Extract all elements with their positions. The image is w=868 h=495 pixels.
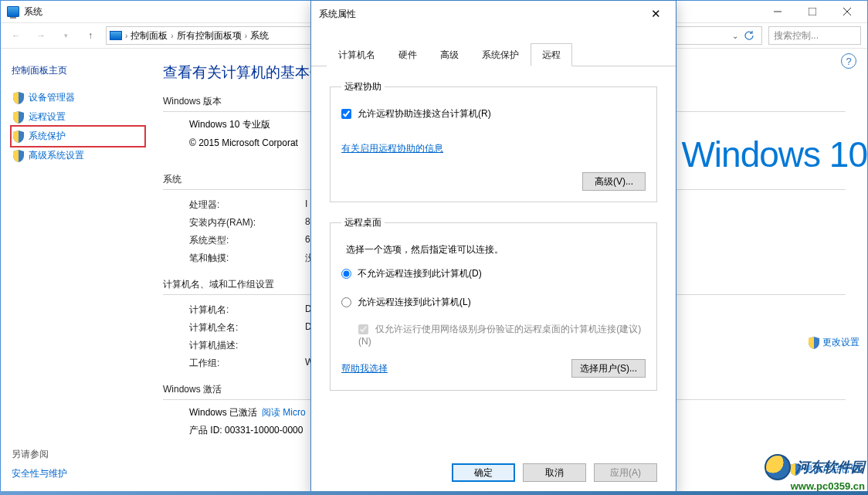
shield-icon [809,337,819,349]
nla-checkbox [358,324,368,334]
nla-checkbox-row: 仅允许运行使用网络级别身份验证的远程桌面的计算机连接(建议)(N) [341,323,646,347]
tab-system-protection[interactable]: 系统保护 [470,43,531,66]
watermark-url: www.pc0359.cn [765,480,865,492]
ram-label: 安装内存(RAM): [189,216,305,229]
read-terms-link[interactable]: 阅读 Micro [262,406,306,419]
nav-forward-button[interactable]: → [32,26,50,45]
dont-allow-remote-label: 不允许远程连接到此计算机(D) [358,267,482,280]
shield-icon [13,150,24,162]
computer-desc-label: 计算机描述: [189,339,305,352]
dialog-close-button[interactable]: ✕ [643,5,668,23]
allow-remote-input[interactable] [341,297,351,307]
tab-hardware[interactable]: 硬件 [387,43,429,66]
chevron-right-icon[interactable]: › [171,32,173,40]
remote-desktop-legend: 远程桌面 [341,216,385,229]
system-properties-dialog: 系统属性 ✕ 计算机名 硬件 高级 系统保护 远程 远程协助 允许远程协助连接这… [310,0,676,495]
computer-name-label: 计算机名: [189,303,305,317]
full-computer-name-label: 计算机全名: [189,321,305,334]
monitor-icon [7,6,19,17]
allow-remote-assistance-label: 允许远程协助连接这台计算机(R) [358,107,491,120]
pen-label: 笔和触摸: [189,252,305,265]
tab-computer-name[interactable]: 计算机名 [327,43,387,66]
dont-allow-remote-radio[interactable]: 不允许远程连接到此计算机(D) [341,264,646,283]
cpu-label: 处理器: [189,198,305,212]
dont-allow-remote-input[interactable] [341,269,351,279]
nav-back-button[interactable]: ← [7,26,25,45]
activation-status: Windows 已激活 [189,406,257,419]
windows10-logo: Windows 10 [681,134,867,175]
search-input[interactable]: 搜索控制... [768,26,861,45]
systype-value: 6 [305,234,310,247]
sidebar-item-device-manager[interactable]: 设备管理器 [12,88,144,107]
watermark-name: 河东软件园 [795,458,865,476]
dialog-title-bar: 系统属性 ✕ [311,1,676,27]
watermark: 河东软件园 www.pc0359.cn [765,454,865,492]
sidebar-item-label: 高级系统设置 [29,149,84,162]
shield-icon [13,92,24,104]
ok-button[interactable]: 确定 [452,463,515,482]
remote-assistance-advanced-button[interactable]: 高级(V)... [582,172,646,191]
remote-desktop-group: 远程桌面 选择一个选项，然后指定谁可以连接。 不允许远程连接到此计算机(D) 允… [330,216,657,391]
watermark-logo-icon [765,454,791,480]
sidebar-see-also: 另请参阅 安全性与维护 [12,448,67,480]
close-button[interactable] [829,1,864,22]
monitor-icon [110,31,122,40]
breadcrumb-root[interactable]: 控制面板 [131,29,168,42]
minimize-button[interactable] [760,1,795,22]
sidebar-title: 控制面板主页 [12,64,144,77]
cancel-button[interactable]: 取消 [523,463,586,482]
refresh-button[interactable] [743,29,755,42]
see-also-link[interactable]: 安全性与维护 [12,468,67,479]
workgroup-label: 工作组: [189,357,305,370]
change-settings-link[interactable]: 更改设置 [809,336,860,349]
chevron-right-icon[interactable]: › [125,32,127,40]
breadcrumb-mid[interactable]: 所有控制面板项 [177,29,242,42]
allow-remote-assistance-input[interactable] [341,109,351,119]
dialog-tabs: 计算机名 硬件 高级 系统保护 远程 [311,27,676,66]
apply-button[interactable]: 应用(A) [594,463,657,482]
dialog-title: 系统属性 [319,8,356,21]
taskbar-hint [0,491,868,495]
change-settings-label: 更改设置 [822,336,860,349]
remote-assistance-group: 远程协助 允许远程协助连接这台计算机(R) 有关启用远程协助的信息 高级(V).… [330,80,657,202]
nav-up-button[interactable]: ↑ [81,26,100,45]
remote-desktop-desc: 选择一个选项，然后指定谁可以连接。 [346,243,646,256]
allow-remote-label: 允许远程连接到此计算机(L) [358,296,471,309]
sidebar-item-remote-settings[interactable]: 远程设置 [12,107,144,127]
svg-rect-1 [809,8,816,15]
window-title: 系统 [24,5,42,19]
systype-label: 系统类型: [189,234,305,247]
allow-remote-radio[interactable]: 允许远程连接到此计算机(L) [341,293,646,312]
sidebar-item-label: 远程设置 [29,110,66,124]
tab-advanced[interactable]: 高级 [429,43,470,66]
remote-assistance-info-link[interactable]: 有关启用远程协助的信息 [341,143,443,154]
see-also-header: 另请参阅 [12,448,67,461]
cpu-value: I [305,198,307,212]
sidebar-item-system-protection[interactable]: 系统保护 [12,127,144,146]
breadcrumb-leaf[interactable]: 系统 [250,29,269,42]
nla-label: 仅允许运行使用网络级别身份验证的远程桌面的计算机连接(建议)(N) [358,324,641,347]
shield-icon [13,111,24,124]
sidebar-item-label: 设备管理器 [29,91,75,104]
chevron-down-icon[interactable]: ⌄ [732,32,738,40]
search-placeholder: 搜索控制... [774,29,819,42]
sidebar-item-advanced-settings[interactable]: 高级系统设置 [12,146,144,165]
dialog-footer: 确定 取消 应用(A) [311,456,676,494]
remote-assistance-legend: 远程协助 [341,80,385,93]
maximize-button[interactable] [795,1,829,22]
sidebar: 控制面板主页 设备管理器 远程设置 系统保护 高级系统设置 另请参阅 安全性与维… [1,49,155,494]
tab-remote[interactable]: 远程 [531,43,572,66]
help-me-choose-link[interactable]: 帮助我选择 [341,362,388,375]
sidebar-item-label: 系统保护 [29,130,66,143]
allow-remote-assistance-checkbox[interactable]: 允许远程协助连接这台计算机(R) [341,104,646,124]
chevron-right-icon[interactable]: › [245,32,247,40]
shield-icon [13,131,24,143]
dialog-body: 远程协助 允许远程协助连接这台计算机(R) 有关启用远程协助的信息 高级(V).… [311,66,676,456]
select-users-button[interactable]: 选择用户(S)... [571,359,646,378]
nav-recent-dropdown[interactable]: ▾ [56,26,75,45]
